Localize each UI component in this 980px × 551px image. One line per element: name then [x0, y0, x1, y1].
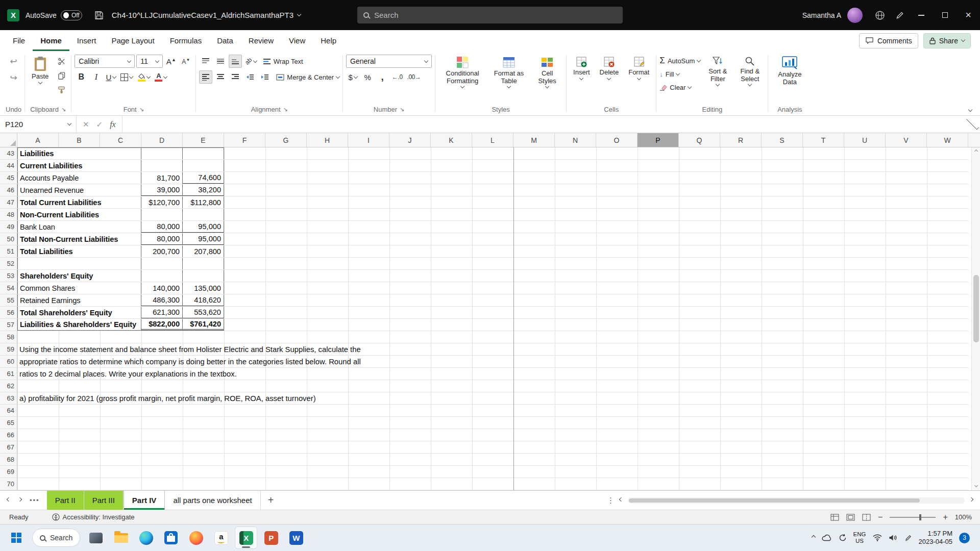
confirm-entry-icon[interactable]: ✓ — [96, 120, 103, 129]
column-header-N[interactable]: N — [555, 133, 596, 147]
fill-color-button[interactable] — [136, 70, 152, 84]
column-header-A[interactable]: A — [17, 133, 59, 147]
clipboard-dialog-launcher[interactable]: ↘ — [61, 106, 66, 113]
cell-A60[interactable]: appropriate ratios to determine which co… — [19, 356, 361, 368]
ribbon-tab-home[interactable]: Home — [33, 30, 69, 51]
cell-D45[interactable]: 81,700 — [141, 172, 183, 184]
alignment-dialog-launcher[interactable]: ↘ — [283, 106, 288, 113]
titlebar-search[interactable] — [357, 7, 623, 23]
formula-input[interactable] — [122, 116, 965, 133]
font-dialog-launcher[interactable]: ↘ — [139, 106, 144, 113]
row-header-62[interactable]: 62 — [0, 380, 17, 392]
cell-D55[interactable]: 486,300 — [141, 294, 183, 306]
cell-A52[interactable] — [17, 258, 141, 269]
cell-E46[interactable]: 38,200 — [183, 184, 224, 196]
column-header-I[interactable]: I — [348, 133, 389, 147]
document-title[interactable]: Ch4-10^LLJCumulativeCasev1_AldrichSamant… — [112, 11, 301, 19]
collapse-ribbon-icon[interactable] — [968, 108, 972, 112]
maximize-button[interactable] — [933, 0, 957, 30]
column-header-T[interactable]: T — [803, 133, 844, 147]
number-dialog-launcher[interactable]: ↘ — [400, 106, 404, 113]
cell-A57[interactable]: Liabilities & Shareholders' Equity — [17, 319, 141, 331]
increase-font-size-button[interactable]: A▲ — [164, 55, 178, 68]
cell-A44[interactable]: Current Liabilities — [17, 160, 141, 171]
paste-button[interactable]: Paste — [28, 55, 52, 85]
cell-E45[interactable]: 74,600 — [183, 172, 224, 184]
cell-A55[interactable]: Retained Earnings — [17, 294, 141, 306]
row-header-51[interactable]: 51 — [0, 245, 17, 258]
merge-center-button[interactable]: Merge & Center — [276, 71, 339, 83]
column-header-G[interactable]: G — [265, 133, 307, 147]
cell-A51[interactable]: Total Liabilities — [17, 245, 141, 257]
pen-icon[interactable] — [904, 534, 912, 542]
cell-E47[interactable]: $112,800 — [183, 196, 224, 208]
ribbon-tab-page-layout[interactable]: Page Layout — [104, 30, 162, 51]
word-button[interactable]: W — [285, 527, 307, 549]
cell-E55[interactable]: 418,620 — [183, 294, 224, 306]
spreadsheet-grid[interactable]: 43Liabilities44Current Liabilities45Acco… — [0, 147, 980, 490]
column-header-R[interactable]: R — [720, 133, 762, 147]
cell-A47[interactable]: Total Current Liabilities — [17, 196, 141, 208]
sheet-tab-part-ii[interactable]: Part II — [47, 491, 84, 510]
normal-view-icon[interactable] — [830, 514, 839, 521]
cell-E56[interactable]: 553,620 — [183, 307, 224, 318]
zoom-in-icon[interactable]: + — [943, 513, 947, 522]
cell-E52[interactable] — [183, 258, 224, 269]
firefox-button[interactable] — [185, 527, 207, 549]
wrap-text-button[interactable]: Wrap Text — [263, 55, 303, 67]
row-header-61[interactable]: 61 — [0, 368, 17, 380]
ribbon-tab-review[interactable]: Review — [241, 30, 281, 51]
user-name[interactable]: Samantha A — [802, 11, 841, 19]
clock[interactable]: 1:57 PM 2023-04-05 — [919, 530, 953, 546]
cell-D51[interactable]: 200,700 — [141, 245, 183, 257]
row-header-70[interactable]: 70 — [0, 478, 17, 490]
column-header-M[interactable]: M — [513, 133, 555, 147]
page-layout-view-icon[interactable] — [846, 514, 855, 521]
zoom-level[interactable]: 100% — [955, 513, 972, 521]
clear-button[interactable]: Clear — [659, 81, 700, 93]
number-format-select[interactable]: General — [346, 55, 432, 68]
row-header-65[interactable]: 65 — [0, 417, 17, 429]
decrease-font-size-button[interactable]: A▼ — [179, 55, 192, 68]
editing-mode-button[interactable] — [890, 0, 910, 30]
cell-D47[interactable]: $120,700 — [141, 196, 183, 208]
store-button[interactable] — [160, 527, 182, 549]
cell-D50[interactable]: 80,000 — [141, 233, 183, 245]
cell-A56[interactable]: Total Shareholders' Equity — [17, 307, 141, 318]
scroll-right-icon[interactable] — [969, 497, 973, 502]
decrease-decimal-button[interactable]: .00→ — [406, 70, 423, 84]
cell-D46[interactable]: 39,000 — [141, 184, 183, 196]
fill-button[interactable]: ↓Fill — [659, 68, 700, 80]
powerpoint-button[interactable]: P — [260, 527, 282, 549]
wifi-icon[interactable] — [873, 534, 882, 541]
share-button[interactable]: Share — [923, 33, 971, 48]
row-header-67[interactable]: 67 — [0, 441, 17, 454]
save-button[interactable] — [89, 0, 109, 30]
sheet-tab-all-parts-one-worksheet[interactable]: all parts one worksheet — [165, 491, 260, 510]
font-size-select[interactable]: 11 — [136, 55, 163, 68]
increase-decimal-button[interactable]: ←.0 — [390, 70, 404, 84]
cell-E44[interactable] — [183, 160, 224, 171]
cell-E48[interactable] — [183, 209, 224, 220]
horizontal-scrollbar[interactable] — [628, 497, 965, 504]
font-color-button[interactable]: A — [153, 70, 168, 84]
analyze-data-button[interactable]: Analyze Data — [771, 55, 808, 87]
cell-D53[interactable] — [141, 270, 183, 282]
delete-cells-button[interactable]: Delete — [596, 55, 623, 81]
minimize-button[interactable] — [910, 0, 933, 30]
comments-button[interactable]: Comments — [859, 33, 918, 48]
cell-E43[interactable] — [183, 147, 224, 159]
excel-app-icon[interactable]: X — [7, 9, 19, 21]
ribbon-tab-view[interactable]: View — [281, 30, 313, 51]
decrease-indent-button[interactable] — [243, 70, 257, 84]
ribbon-tab-insert[interactable]: Insert — [69, 30, 104, 51]
task-view-button[interactable] — [85, 527, 107, 549]
underline-button[interactable]: U — [104, 70, 117, 84]
column-header-B[interactable]: B — [59, 133, 100, 147]
cell-E51[interactable]: 207,800 — [183, 245, 224, 257]
accessibility-status[interactable]: Accessibility: Investigate — [52, 513, 135, 521]
row-header-57[interactable]: 57 — [0, 319, 17, 331]
ribbon-tab-file[interactable]: File — [5, 30, 33, 51]
ribbon-tab-help[interactable]: Help — [313, 30, 344, 51]
cell-E57[interactable]: $761,420 — [183, 319, 224, 331]
